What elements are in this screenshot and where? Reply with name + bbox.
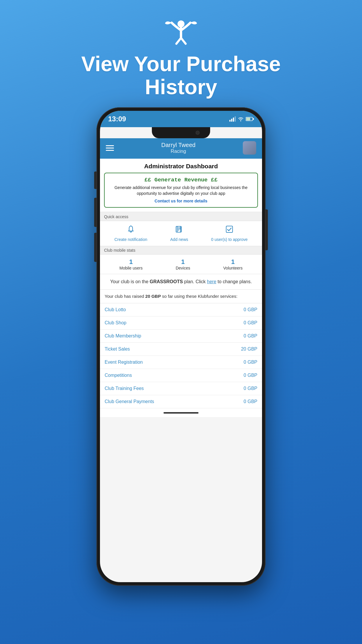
quick-item-notifications[interactable]: Create notification bbox=[114, 225, 147, 242]
wifi-icon bbox=[238, 116, 244, 122]
service-row[interactable]: Club Shop 0 GBP bbox=[100, 316, 262, 330]
newspaper-icon bbox=[175, 225, 183, 235]
volume-down-button bbox=[94, 233, 96, 262]
svg-rect-6 bbox=[253, 118, 254, 120]
approve-label: 0 user(s) to approve bbox=[211, 237, 247, 242]
create-notification-label: Create notification bbox=[114, 237, 147, 242]
volume-up-button bbox=[94, 198, 96, 227]
service-row[interactable]: Club General Payments 0 GBP bbox=[100, 395, 262, 408]
user-name: Darryl Tweed bbox=[161, 142, 195, 148]
phone-outer: 13:09 bbox=[96, 107, 266, 586]
app-header: Darryl Tweed Racing bbox=[100, 138, 262, 159]
svg-rect-1 bbox=[229, 120, 231, 122]
hamburger-menu[interactable] bbox=[106, 145, 114, 151]
check-square-icon bbox=[225, 225, 233, 235]
top-section: View Your Purchase History bbox=[81, 0, 281, 99]
revenue-raised-after: so far using these Klubfunder services: bbox=[161, 294, 238, 299]
service-amount: 0 GBP bbox=[244, 386, 257, 391]
stat-mobile-users: 1 Mobile users bbox=[120, 258, 143, 270]
service-row[interactable]: Event Registration 0 GBP bbox=[100, 356, 262, 369]
devices-number: 1 bbox=[181, 258, 184, 266]
svg-rect-3 bbox=[233, 118, 234, 122]
revenue-raised-before: Your club has raised bbox=[105, 294, 145, 299]
home-bar bbox=[164, 412, 198, 414]
plan-info: Your club is on the GRASSROOTS plan. Cli… bbox=[100, 274, 262, 290]
front-camera bbox=[196, 131, 200, 135]
plan-text-middle: plan. Click bbox=[183, 279, 207, 284]
revenue-raised: Your club has raised 20 GBP so far using… bbox=[100, 290, 262, 304]
svg-rect-4 bbox=[235, 116, 236, 122]
status-bar: 13:09 bbox=[100, 111, 262, 127]
plan-link[interactable]: here bbox=[207, 279, 216, 284]
service-row[interactable]: Club Lotto 0 GBP bbox=[100, 303, 262, 316]
service-row[interactable]: Club Training Fees 0 GBP bbox=[100, 382, 262, 395]
service-amount: 0 GBP bbox=[244, 399, 257, 404]
revenue-box: ££ Generate Revenue ££ Generate addition… bbox=[104, 173, 258, 207]
volunteers-number: 1 bbox=[231, 258, 235, 266]
status-icons bbox=[229, 116, 254, 122]
service-amount: 0 GBP bbox=[244, 307, 257, 312]
page-title: View Your Purchase History bbox=[81, 52, 281, 99]
logo-icon bbox=[164, 18, 198, 47]
service-row[interactable]: Competitions 0 GBP bbox=[100, 369, 262, 382]
quick-item-approve[interactable]: 0 user(s) to approve bbox=[211, 225, 247, 242]
service-amount: 0 GBP bbox=[244, 373, 257, 378]
plan-name: GRASSROOTS bbox=[150, 279, 183, 284]
service-name: Ticket Sales bbox=[105, 346, 130, 352]
plan-text-after: to change plans. bbox=[216, 279, 252, 284]
service-amount: 0 GBP bbox=[244, 320, 257, 326]
dashboard-title: Administrator Dashboard bbox=[100, 159, 262, 173]
plan-text-before: Your club is on the bbox=[110, 279, 150, 284]
service-amount: 0 GBP bbox=[244, 333, 257, 339]
phone-screen: 13:09 bbox=[100, 111, 262, 582]
status-time: 13:09 bbox=[108, 115, 126, 123]
power-button bbox=[266, 209, 268, 250]
svg-rect-2 bbox=[231, 119, 232, 122]
service-name: Club Membership bbox=[105, 333, 141, 339]
mobile-users-number: 1 bbox=[129, 258, 133, 266]
service-name: Club General Payments bbox=[105, 399, 154, 404]
stats-label: Club mobile stats bbox=[100, 246, 262, 255]
revenue-link[interactable]: Contact us for more details bbox=[154, 199, 207, 203]
quick-access: Create notification Add n bbox=[100, 221, 262, 246]
bell-icon bbox=[127, 225, 135, 235]
add-news-label: Add news bbox=[170, 237, 188, 242]
stats-row: 1 Mobile users 1 Devices 1 Volunteers bbox=[100, 255, 262, 274]
signal-icon bbox=[229, 116, 236, 122]
service-name: Club Shop bbox=[105, 320, 126, 326]
service-name: Club Training Fees bbox=[105, 386, 144, 391]
service-name: Club Lotto bbox=[105, 307, 126, 312]
service-name: Event Registration bbox=[105, 360, 143, 365]
service-row[interactable]: Ticket Sales 20 GBP bbox=[100, 343, 262, 356]
content-area: Administrator Dashboard ££ Generate Reve… bbox=[100, 159, 262, 417]
volume-mute-button bbox=[94, 172, 96, 189]
battery-icon bbox=[246, 117, 254, 121]
service-amount: 20 GBP bbox=[241, 346, 257, 352]
svg-rect-7 bbox=[246, 118, 250, 120]
stat-devices: 1 Devices bbox=[176, 258, 190, 270]
phone-mockup: 13:09 bbox=[96, 107, 266, 586]
quick-item-news[interactable]: Add news bbox=[170, 225, 188, 242]
avatar[interactable] bbox=[243, 141, 256, 155]
home-indicator bbox=[100, 408, 262, 417]
services-list: Club Lotto 0 GBP Club Shop 0 GBP Club Me… bbox=[100, 303, 262, 408]
service-name: Competitions bbox=[105, 373, 132, 378]
stat-volunteers: 1 Volunteers bbox=[223, 258, 242, 270]
volunteers-label: Volunteers bbox=[223, 266, 242, 270]
user-sub: Racing bbox=[161, 148, 195, 154]
notch bbox=[152, 127, 210, 138]
service-amount: 0 GBP bbox=[244, 360, 257, 365]
header-title: Darryl Tweed Racing bbox=[161, 142, 195, 154]
mobile-users-label: Mobile users bbox=[120, 266, 143, 270]
revenue-title: ££ Generate Revenue ££ bbox=[109, 177, 253, 183]
revenue-desc: Generate additional revenue for your clu… bbox=[109, 185, 253, 196]
service-row[interactable]: Club Membership 0 GBP bbox=[100, 330, 262, 343]
revenue-raised-amount: 20 GBP bbox=[145, 294, 161, 299]
svg-rect-14 bbox=[226, 226, 233, 232]
quick-access-label: Quick access bbox=[100, 212, 262, 221]
devices-label: Devices bbox=[176, 266, 190, 270]
